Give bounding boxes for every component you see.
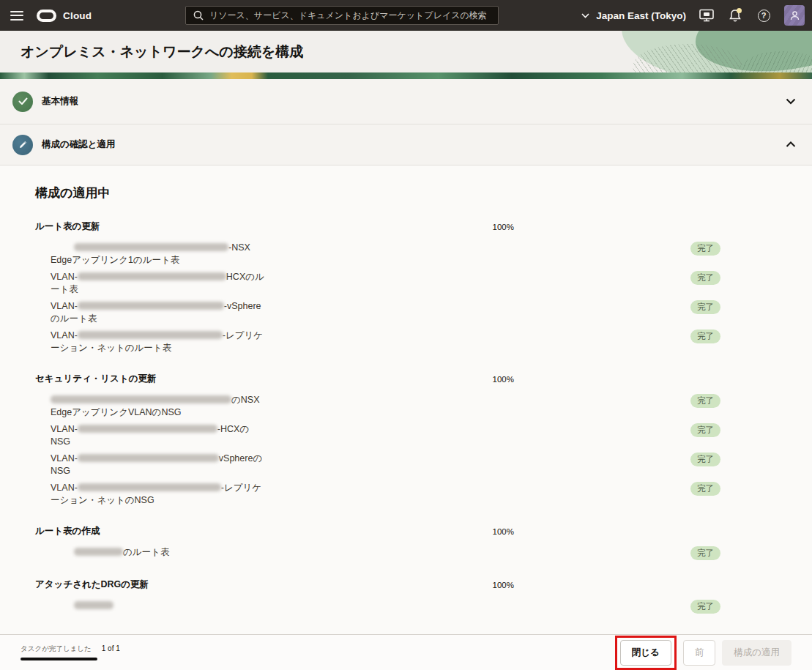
region-selector[interactable]: Japan East (Tokyo) bbox=[581, 10, 686, 21]
task-item-text: VLAN--レプリケーション・ネットのルート表 bbox=[51, 330, 267, 354]
redacted-text bbox=[78, 454, 219, 462]
wizard-footer: タスクが完了しました 1 of 1 閉じる 前 構成の適用 bbox=[0, 634, 812, 670]
task-item-prefix: VLAN- bbox=[51, 424, 78, 434]
task-items: のNSX EdgeアップリンクVLANのNSG 完了 VLAN--HCXのNSG… bbox=[35, 394, 720, 507]
redacted-text bbox=[78, 272, 226, 280]
tasks-progress-fill bbox=[21, 658, 97, 660]
wizard-step-review-apply[interactable]: 構成の確認と適用 bbox=[0, 124, 812, 165]
tasks-status: タスクが完了しました 1 of 1 bbox=[21, 644, 120, 660]
status-badge: 完了 bbox=[690, 482, 720, 496]
task-item-row: のルート表 完了 bbox=[35, 546, 720, 560]
page-header: オンプレミス・ネットワークへの接続を構成 bbox=[0, 31, 812, 72]
red-annotation-box: 閉じる bbox=[615, 636, 677, 670]
page-title: オンプレミス・ネットワークへの接続を構成 bbox=[21, 42, 303, 62]
redacted-text bbox=[78, 331, 223, 339]
check-icon bbox=[12, 92, 33, 112]
status-badge: 完了 bbox=[690, 546, 720, 560]
task-group: ルート表の更新 100% -NSX Edgeアップリンク1のルート表 完了 VL… bbox=[35, 220, 720, 354]
progress-bar bbox=[520, 377, 720, 381]
task-group-label: アタッチされたDRGの更新 bbox=[35, 578, 149, 591]
task-item-prefix: VLAN- bbox=[51, 272, 78, 282]
status-badge: 完了 bbox=[690, 271, 720, 285]
pencil-icon bbox=[12, 135, 33, 155]
status-badge: 完了 bbox=[690, 453, 720, 466]
notification-dot bbox=[737, 8, 742, 13]
redacted-text bbox=[78, 483, 221, 491]
status-badge: 完了 bbox=[690, 330, 720, 343]
close-button[interactable]: 閉じる bbox=[620, 640, 671, 666]
progress-percent-label: 100% bbox=[492, 375, 514, 384]
task-item-row: VLAN--レプリケーション・ネットのルート表 完了 bbox=[35, 330, 720, 354]
user-avatar-icon[interactable] bbox=[784, 5, 805, 26]
task-item-text bbox=[51, 600, 113, 612]
footer-actions: 閉じる 前 構成の適用 bbox=[615, 636, 791, 670]
help-icon[interactable]: ? bbox=[756, 7, 772, 23]
task-group-label: セキュリティ・リストの更新 bbox=[35, 373, 156, 385]
task-item-row: 完了 bbox=[35, 600, 720, 614]
task-group-header: アタッチされたDRGの更新 100% bbox=[35, 578, 720, 591]
redacted-text bbox=[74, 601, 113, 609]
task-item-row: VLAN--vSphereのルート表 完了 bbox=[35, 300, 720, 325]
task-item-row: VLAN-vSphereのNSG 完了 bbox=[35, 453, 720, 477]
chevron-down-icon bbox=[581, 13, 589, 18]
task-item-text: VLAN-vSphereのNSG bbox=[51, 453, 267, 477]
task-group-header: ルート表の更新 100% bbox=[35, 220, 720, 233]
search-icon bbox=[193, 10, 204, 21]
task-group-header: ルート表の作成 100% bbox=[35, 525, 720, 537]
wizard-step-basic-info[interactable]: 基本情報 bbox=[0, 79, 812, 124]
group-progress: 100% bbox=[492, 223, 720, 231]
task-items: -NSX Edgeアップリンク1のルート表 完了 VLAN-HCXのルート表 完… bbox=[35, 242, 720, 354]
redacted-text bbox=[78, 425, 217, 433]
search-input[interactable] bbox=[209, 10, 491, 21]
task-item-row: -NSX Edgeアップリンク1のルート表 完了 bbox=[35, 242, 720, 267]
task-item-row: VLAN-HCXのルート表 完了 bbox=[35, 271, 720, 296]
cloud-shell-monitor-icon[interactable] bbox=[699, 7, 715, 23]
task-item-suffix: のルート表 bbox=[123, 547, 169, 557]
wizard-accordion: 基本情報 構成の確認と適用 bbox=[0, 79, 812, 165]
progress-bar bbox=[520, 529, 720, 533]
task-item-prefix: VLAN- bbox=[51, 453, 78, 464]
oracle-logo-icon bbox=[37, 10, 56, 22]
topbar: Cloud Japan East (Tokyo) ? bbox=[0, 0, 812, 31]
progress-percent-label: 100% bbox=[492, 527, 514, 536]
progress-percent-label: 100% bbox=[492, 223, 514, 231]
progress-bar bbox=[520, 225, 720, 228]
notification-bell-icon[interactable] bbox=[727, 7, 743, 23]
chevron-down-icon[interactable] bbox=[786, 98, 796, 105]
previous-button[interactable]: 前 bbox=[683, 640, 716, 666]
brand-name: Cloud bbox=[63, 10, 92, 21]
task-item-row: のNSX EdgeアップリンクVLANのNSG 完了 bbox=[35, 394, 720, 419]
tasks-count: 1 of 1 bbox=[102, 644, 120, 652]
redacted-text bbox=[51, 395, 231, 403]
task-group-label: ルート表の作成 bbox=[35, 525, 100, 537]
wizard-step-label: 構成の確認と適用 bbox=[42, 138, 116, 151]
task-group-header: セキュリティ・リストの更新 100% bbox=[35, 373, 720, 385]
apply-configuration-panel: 構成の適用中 ルート表の更新 100% -NSX Edgeアップリンク1のルート… bbox=[0, 165, 812, 634]
status-badge: 完了 bbox=[690, 300, 720, 314]
status-badge: 完了 bbox=[690, 423, 720, 437]
hamburger-menu-icon[interactable] bbox=[10, 11, 23, 21]
region-label: Japan East (Tokyo) bbox=[596, 10, 686, 21]
redacted-text bbox=[78, 302, 224, 310]
redacted-text bbox=[74, 548, 123, 556]
chevron-up-icon[interactable] bbox=[786, 141, 796, 148]
decorative-banner-art bbox=[592, 31, 812, 72]
status-badge: 完了 bbox=[690, 242, 720, 256]
group-progress: 100% bbox=[492, 375, 720, 384]
apply-configuration-button[interactable]: 構成の適用 bbox=[722, 640, 791, 666]
status-badge: 完了 bbox=[690, 394, 720, 408]
task-item-prefix: VLAN- bbox=[51, 483, 78, 493]
task-item-prefix: VLAN- bbox=[51, 301, 78, 311]
progress-percent-label: 100% bbox=[492, 581, 514, 589]
task-group: アタッチされたDRGの更新 100% 完了 bbox=[35, 578, 720, 614]
brand[interactable]: Cloud bbox=[37, 10, 92, 22]
panel-heading: 構成の適用中 bbox=[35, 185, 720, 201]
global-search[interactable] bbox=[185, 6, 499, 25]
task-item-prefix: VLAN- bbox=[51, 330, 78, 340]
task-item-text: のNSX EdgeアップリンクVLANのNSG bbox=[51, 394, 267, 419]
group-progress: 100% bbox=[492, 581, 720, 589]
task-items: のルート表 完了 bbox=[35, 546, 720, 560]
task-item-row: VLAN--HCXのNSG 完了 bbox=[35, 423, 720, 448]
task-items: 完了 bbox=[35, 600, 720, 614]
topbar-right: Japan East (Tokyo) ? bbox=[581, 5, 805, 26]
